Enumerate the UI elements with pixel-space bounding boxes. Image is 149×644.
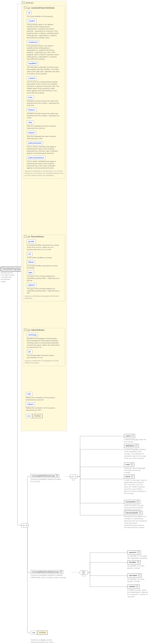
any-label-elem: any	[31, 630, 37, 635]
attr-modified[interactable]: modified	[27, 62, 38, 66]
elem-desc: A natural language name for the concept.	[124, 438, 147, 443]
attr-why[interactable]: why	[27, 120, 34, 124]
expand-icon[interactable]: +	[131, 464, 133, 465]
attr-creatoruri[interactable]: creatoruri	[27, 40, 39, 44]
elem-desc: A natural language definition of the sem…	[124, 448, 147, 460]
sequence-connector	[21, 523, 29, 528]
type-root[interactable]: Flex1RolePropType	[1, 267, 22, 271]
expand-icon[interactable]: +	[60, 571, 62, 573]
elem-facet[interactable]: facet +	[124, 474, 135, 479]
attr-desc: A concept identifier expressed as a stri…	[27, 244, 60, 251]
expand-icon[interactable]: +	[132, 435, 134, 437]
attr-desc: If set to true the corresponding propert…	[27, 81, 60, 94]
expand-icon[interactable]: +	[136, 585, 138, 587]
attr-desc: Why the metadata has been included - exp…	[27, 135, 60, 140]
attr-roleuri[interactable]: roleuri	[26, 402, 35, 406]
attr-desc: Refines the semantics of the property - …	[26, 396, 59, 401]
attr-desc: A URI which identifies a concept	[27, 257, 60, 259]
attr-desc: One or many constraints that apply to pu…	[27, 160, 60, 169]
group-name: ConceptRelationshipsGroup	[32, 571, 59, 573]
attr-how[interactable]: how	[27, 95, 34, 100]
attr-literal[interactable]: literal	[27, 260, 35, 264]
attr-qcode[interactable]: qcode	[27, 240, 36, 244]
elem-desc: In NAR 1.8 and later, 'facet' is depreca…	[124, 479, 147, 494]
expand-icon[interactable]: +	[56, 475, 58, 477]
expand-icon[interactable]: +	[137, 551, 139, 553]
collapse-icon[interactable]: −	[22, 2, 24, 4]
group-header: − grp commonPowerAttributes	[23, 6, 65, 10]
elem-note[interactable]: note +	[124, 462, 134, 467]
attr-desc: Indicates by which means the value was e…	[27, 100, 60, 106]
attr-type[interactable]: type	[27, 270, 34, 275]
group-tag: grp	[27, 7, 30, 9]
attr-creator[interactable]: creator	[27, 19, 37, 23]
expand-icon[interactable]: +	[137, 501, 139, 503]
collapse-icon[interactable]: −	[24, 6, 26, 9]
group-title: flexAttributes	[31, 236, 44, 238]
elem-desc: An identifier of a more generic concept.	[127, 565, 148, 569]
group-desc: A group of properties required to define…	[31, 478, 64, 483]
multiplicity: 0..∞	[42, 639, 66, 641]
collapse-icon[interactable]: −	[24, 235, 26, 238]
attr-pubconstrainturi[interactable]: pubconstrainturi	[27, 156, 46, 160]
collapse-icon[interactable]: −	[24, 329, 26, 331]
attributes-header: − attributes	[21, 1, 66, 4]
concept-definition-group[interactable]: ConceptDefinitionGroup +	[31, 474, 59, 478]
attr-desc: One or many constraints that apply to pu…	[27, 146, 60, 154]
any-other-elem[interactable]: ##other	[37, 630, 48, 635]
attr-desc: The directionality of textual content (e…	[27, 354, 60, 359]
attr-typeuri[interactable]: typeuri	[27, 283, 36, 287]
multiplicity: 0..∞	[82, 575, 86, 577]
group-title: i18nAttributes	[31, 329, 44, 331]
elem-desc: An identifier of a concept with equivale…	[127, 555, 148, 560]
elem-remoteInfo[interactable]: remoteInfo +	[124, 500, 140, 504]
attr-whyuri[interactable]: whyuri	[27, 131, 36, 135]
group-tag: grp	[27, 236, 30, 238]
elem-definition[interactable]: definition +	[124, 444, 139, 448]
elem-desc: Additional natural language information …	[124, 467, 147, 474]
attr-desc: If the property value is not defined, sp…	[27, 45, 60, 60]
expand-icon[interactable]: +	[139, 512, 141, 514]
attr-desc: Why the metadata has been included - exp…	[27, 125, 60, 130]
attr-dir[interactable]: dir	[27, 350, 32, 354]
group-footer: A group of attributes associated with fl…	[23, 295, 65, 300]
choice-connector	[80, 570, 88, 575]
attr-xml:lang[interactable]: xml:lang	[27, 333, 38, 337]
root-name: Flex1RolePropType	[2, 268, 21, 270]
expand-icon[interactable]: +	[137, 561, 139, 563]
group-title: commonPowerAttributes	[31, 7, 55, 9]
attr-id[interactable]: id	[27, 11, 32, 15]
sequence-connector	[70, 474, 78, 479]
attr-desc: If the property value is not defined, sp…	[27, 24, 60, 39]
attr-desc: Indicates by which means the value was e…	[27, 112, 60, 119]
root-desc: Flexible generic PCL-type for both contr…	[1, 272, 15, 283]
attr-desc: Refines the semantics of the property - …	[26, 407, 59, 411]
group-header: − grp i18nAttributes	[23, 328, 65, 332]
attr-desc: The local identifier of the property.	[27, 16, 60, 18]
elem-desc: An identifier of a more specific concept…	[127, 578, 148, 582]
attr-role[interactable]: role	[26, 392, 32, 396]
elem-sameAs[interactable]: sameAs +	[127, 550, 141, 554]
group-header: − grp flexAttributes	[23, 235, 65, 238]
elem-desc: A related concept, where the relationshi…	[127, 589, 148, 598]
elem-related[interactable]: related +	[127, 584, 140, 589]
elem-narrower[interactable]: narrower +	[127, 574, 142, 578]
concept-relationships-group[interactable]: ConceptRelationshipsGroup +	[31, 570, 63, 574]
attr-custom[interactable]: custom	[27, 76, 37, 80]
expand-icon[interactable]: +	[131, 476, 133, 478]
group-flex: − grp flexAttributes qcodeA concept iden…	[23, 235, 65, 302]
attributes-label: attributes	[25, 2, 34, 4]
attr-pubconstraint[interactable]: pubconstraint	[27, 141, 43, 145]
any-other-attr[interactable]: any ##other	[26, 414, 65, 418]
attr-uri[interactable]: uri	[27, 252, 32, 256]
attr-desc: Specifies the language of this property …	[27, 338, 60, 348]
attr-howuri[interactable]: howuri	[27, 108, 36, 112]
elem-hierarchyInfo[interactable]: hierarchyInfo +	[124, 511, 143, 515]
any-label: any	[26, 414, 32, 418]
attr-desc: The date (and, optionally, the time) whe…	[27, 66, 60, 75]
expand-icon[interactable]: +	[138, 574, 140, 576]
elem-name[interactable]: name +	[124, 434, 135, 438]
expand-icon[interactable]: +	[135, 445, 137, 447]
elem-broader[interactable]: broader +	[127, 560, 141, 564]
group-common-power: − grp commonPowerAttributes idThe local …	[23, 6, 65, 179]
